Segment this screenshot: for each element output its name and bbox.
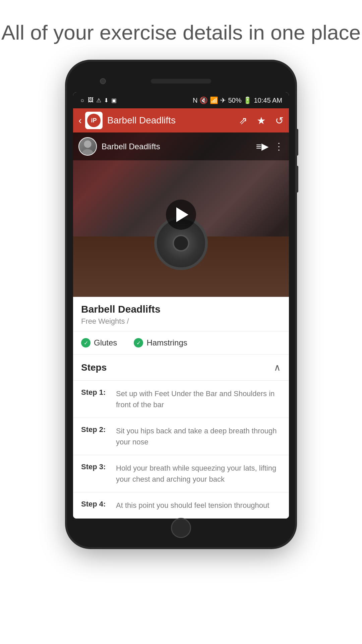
side-button-top [296, 129, 298, 156]
status-nfc: N [193, 97, 197, 104]
step-label-1: Step 1: [81, 388, 111, 410]
status-icon-nfc: ▣ [111, 97, 117, 104]
status-wifi: 📶 [210, 96, 218, 104]
back-button[interactable]: ‹ [78, 115, 82, 126]
history-button[interactable]: ↺ [275, 115, 284, 126]
phone-device: ☼ 🖼 ⚠ ⬇ ▣ N 🔇 📶 ✈ 50% 🔋 10:45 AM ‹ [67, 62, 295, 547]
barbell-center [173, 235, 189, 252]
steps-collapse-button[interactable]: ∧ [274, 362, 281, 373]
step-text-2: Sit you hips back and take a deep breath… [116, 425, 281, 447]
video-menu-icon[interactable]: ⋮ [274, 141, 284, 152]
step-label-4: Step 4: [81, 500, 111, 511]
check-icon-glutes: ✓ [81, 338, 90, 347]
status-time: 10:45 AM [254, 97, 282, 104]
step-item-3: Step 3: Hold your breath while squeezing… [73, 455, 289, 492]
steps-section-header[interactable]: Steps ∧ [73, 355, 289, 381]
content-area: Barbell Deadlifts Free Weights / ✓ Glute… [73, 297, 289, 519]
step-label-3: Step 3: [81, 463, 111, 485]
status-icon-download: ⬇ [104, 97, 109, 104]
side-button-bottom [296, 166, 298, 193]
favorite-button[interactable]: ★ [257, 115, 266, 126]
playlist-icon[interactable]: ≡▶ [256, 141, 269, 152]
earpiece-speaker [151, 79, 211, 84]
svg-point-3 [82, 149, 93, 156]
front-camera [100, 78, 106, 84]
phone-screen: ☼ 🖼 ⚠ ⬇ ▣ N 🔇 📶 ✈ 50% 🔋 10:45 AM ‹ [73, 92, 289, 519]
video-info-bar: Barbell Deadlifts ≡▶ ⋮ [73, 132, 289, 160]
phone-top-bezel [73, 72, 289, 90]
status-battery-percent: 50% [228, 97, 241, 104]
muscle-tag-glutes: ✓ Glutes [81, 338, 117, 347]
video-background: Barbell Deadlifts ≡▶ ⋮ [73, 132, 289, 297]
step-text-4: At this point you should feel tension th… [116, 500, 269, 511]
toolbar-actions: ⇗ ★ ↺ [239, 115, 284, 126]
app-toolbar: ‹ iP Barbell Deadlifts ⇗ ★ ↺ [73, 108, 289, 132]
status-icon-warning: ⚠ [96, 97, 101, 104]
play-triangle-icon [176, 207, 188, 222]
muscle-name-glutes: Glutes [94, 338, 117, 347]
check-icon-hamstrings: ✓ [134, 338, 143, 347]
status-left-icons: ☼ 🖼 ⚠ ⬇ ▣ [80, 97, 117, 104]
toolbar-title: Barbell Deadlifts [107, 115, 239, 126]
share-button[interactable]: ⇗ [239, 115, 247, 126]
status-icon-image: 🖼 [88, 97, 94, 104]
exercise-category: Free Weights / [81, 317, 281, 326]
status-airplane: ✈ [220, 96, 226, 104]
exercise-header: Barbell Deadlifts Free Weights / [73, 297, 289, 331]
status-right-info: N 🔇 📶 ✈ 50% 🔋 10:45 AM [193, 96, 282, 104]
step-item-2: Step 2: Sit you hips back and take a dee… [73, 418, 289, 455]
status-battery: 🔋 [243, 96, 252, 104]
svg-text:iP: iP [91, 117, 97, 124]
status-mute: 🔇 [199, 96, 208, 104]
home-button[interactable] [171, 518, 191, 538]
instructor-avatar [78, 137, 97, 156]
video-player[interactable]: Barbell Deadlifts ≡▶ ⋮ [73, 132, 289, 297]
phone-bottom-bezel [73, 519, 289, 537]
logo-inner: iP [85, 112, 103, 129]
page-header: All of your exercise details in one plac… [1, 20, 361, 45]
video-title: Barbell Deadlifts [102, 142, 256, 151]
exercise-title: Barbell Deadlifts [81, 304, 281, 315]
step-item-1: Step 1: Set up with Feet Under the Bar a… [73, 381, 289, 418]
step-item-4: Step 4: At this point you should feel te… [73, 492, 289, 519]
play-button[interactable] [166, 200, 196, 230]
status-bar: ☼ 🖼 ⚠ ⬇ ▣ N 🔇 📶 ✈ 50% 🔋 10:45 AM [73, 92, 289, 108]
muscle-tag-hamstrings: ✓ Hamstrings [134, 338, 187, 347]
muscle-name-hamstrings: Hamstrings [146, 338, 187, 347]
svg-point-2 [84, 141, 91, 148]
steps-section-title: Steps [81, 362, 107, 373]
muscle-targets: ✓ Glutes ✓ Hamstrings [73, 331, 289, 355]
status-icon-brightness: ☼ [80, 97, 85, 104]
step-text-3: Hold your breath while squeezing your la… [116, 463, 281, 485]
step-label-2: Step 2: [81, 425, 111, 447]
step-text-1: Set up with Feet Under the Bar and Shoul… [116, 388, 281, 410]
app-logo: iP [85, 112, 103, 129]
